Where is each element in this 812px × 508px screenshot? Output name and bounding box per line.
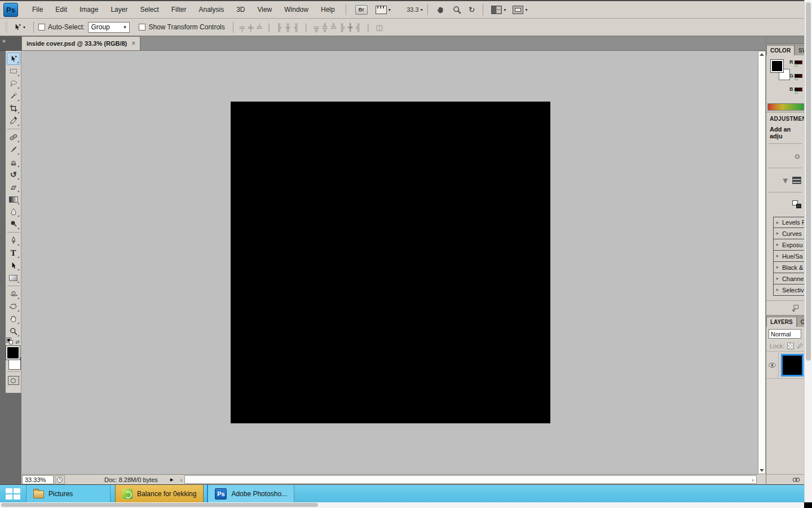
levels-icon[interactable] xyxy=(781,176,789,185)
tool-move[interactable] xyxy=(7,52,20,65)
options-bar-grip[interactable] xyxy=(5,21,7,33)
document-tab[interactable]: inside cover.psd @ 33.3% (RGB/8) × xyxy=(21,36,140,50)
outer-vertical-scrollbar-thumb[interactable] xyxy=(806,2,811,361)
tool-history-brush[interactable] xyxy=(7,168,20,181)
red-slider-handle[interactable] xyxy=(795,62,798,67)
scroll-down-icon[interactable] xyxy=(760,469,764,472)
horizontal-scrollbar[interactable] xyxy=(184,475,757,484)
menu-analysis[interactable]: Analysis xyxy=(192,6,230,14)
layer-visibility-cell[interactable] xyxy=(766,352,779,378)
distribute-vertical-centers-button[interactable]: ╬ xyxy=(323,23,328,32)
tool-path-selection[interactable] xyxy=(7,259,20,271)
outer-horizontal-scrollbar-thumb[interactable] xyxy=(1,503,318,507)
preset-selective-color[interactable]: Selectiv xyxy=(773,284,804,296)
quick-mask-button[interactable] xyxy=(8,376,19,385)
tool-clone-stamp[interactable] xyxy=(7,156,20,168)
curves-icon[interactable] xyxy=(792,177,801,184)
tool-hand[interactable] xyxy=(7,313,20,325)
preset-exposure[interactable]: Exposu xyxy=(773,239,804,251)
align-right-edges-button[interactable]: ╢ xyxy=(294,23,299,32)
tool-eyedropper[interactable] xyxy=(7,115,20,127)
view-extras-button[interactable] xyxy=(376,6,391,14)
tool-brush[interactable] xyxy=(7,143,20,156)
scroll-right-icon[interactable] xyxy=(749,476,756,483)
tool-gradient[interactable] xyxy=(7,193,20,205)
color-spectrum-ramp[interactable] xyxy=(767,103,804,111)
menu-3d[interactable]: 3D xyxy=(230,6,251,14)
arrange-documents-button[interactable] xyxy=(491,6,506,14)
rotate-view-button[interactable]: ↻ xyxy=(469,6,475,14)
tool-pen[interactable] xyxy=(7,234,20,247)
blue-slider-handle[interactable] xyxy=(795,89,798,94)
menu-image[interactable]: Image xyxy=(73,6,104,14)
lock-transparency-icon[interactable] xyxy=(787,343,794,349)
collapse-tools-chevron[interactable] xyxy=(0,36,21,51)
distribute-horizontal-centers-button[interactable]: ╋ xyxy=(348,23,352,32)
tool-crop[interactable] xyxy=(7,102,20,115)
menu-edit[interactable]: Edit xyxy=(49,6,73,14)
foreground-color-swatch[interactable] xyxy=(771,60,783,72)
tab-channels[interactable]: CH xyxy=(797,317,804,327)
menu-layer[interactable]: Layer xyxy=(104,6,134,14)
canvas-pasteboard[interactable] xyxy=(21,51,758,474)
align-top-edges-button[interactable]: ╤ xyxy=(240,23,245,32)
auto-select-checkbox[interactable] xyxy=(38,24,45,30)
distribute-right-edges-button[interactable]: ╣ xyxy=(356,23,361,32)
close-icon[interactable]: × xyxy=(131,40,135,47)
tool-quick-selection[interactable] xyxy=(7,90,20,102)
preset-curves[interactable]: Curves xyxy=(773,228,804,239)
outer-vertical-scrollbar[interactable] xyxy=(804,0,812,502)
tab-layers[interactable]: LAYERS xyxy=(766,317,797,327)
foreground-color-swatch[interactable] xyxy=(6,346,20,360)
preset-hue-saturation[interactable]: Hue/Sa xyxy=(773,251,804,262)
tool-type[interactable] xyxy=(7,247,20,259)
auto-select-dropdown[interactable]: Group xyxy=(88,22,130,33)
photoshop-logo[interactable]: Ps xyxy=(3,3,18,17)
taskbar-item-pictures[interactable]: Pictures xyxy=(26,485,111,502)
menu-filter[interactable]: Filter xyxy=(165,6,193,14)
default-colors-icon[interactable] xyxy=(7,338,13,344)
show-transform-controls-checkbox[interactable] xyxy=(139,24,145,30)
green-slider-handle[interactable] xyxy=(795,76,798,81)
document-canvas[interactable] xyxy=(231,102,550,423)
distribute-left-edges-button[interactable]: ╠ xyxy=(339,23,345,32)
scroll-left-icon[interactable] xyxy=(178,476,185,483)
tool-rectangle-shape[interactable] xyxy=(7,271,20,284)
tool-rectangular-marquee[interactable] xyxy=(7,65,20,77)
status-zoom-field[interactable]: 33.33% xyxy=(22,475,54,484)
tool-zoom[interactable] xyxy=(7,325,20,338)
align-horizontal-centers-button[interactable]: ╫ xyxy=(285,23,290,32)
menu-window[interactable]: Window xyxy=(278,6,315,14)
expand-panel-icon[interactable] xyxy=(791,304,800,312)
distribute-top-edges-button[interactable]: ╦ xyxy=(314,23,319,32)
menu-help[interactable]: Help xyxy=(315,6,341,14)
scroll-up-icon[interactable] xyxy=(760,53,764,56)
preset-black-white[interactable]: Black & xyxy=(773,262,804,273)
tool-eraser[interactable] xyxy=(7,181,20,193)
align-left-edges-button[interactable]: ╟ xyxy=(277,23,282,32)
tab-color[interactable]: COLOR xyxy=(766,45,795,55)
tab-swatches[interactable]: SW xyxy=(795,45,804,55)
tool-3d-rotate[interactable] xyxy=(7,288,20,300)
auto-align-layers-button[interactable]: ◫ xyxy=(376,23,382,32)
zoom-level-field[interactable]: 33.3 xyxy=(400,6,419,13)
menu-file[interactable]: File xyxy=(26,6,49,14)
outer-horizontal-scrollbar[interactable] xyxy=(0,502,804,508)
lock-pixels-icon[interactable] xyxy=(797,343,803,349)
taskbar-item-balance[interactable]: Balance for 0ekking xyxy=(115,485,204,502)
tool-3d-orbit[interactable] xyxy=(7,300,20,313)
status-menu-arrow-icon[interactable] xyxy=(169,476,175,483)
screen-mode-button[interactable] xyxy=(513,6,527,14)
brightness-contrast-icon[interactable] xyxy=(793,151,801,161)
tool-dodge[interactable] xyxy=(7,218,20,230)
align-vertical-centers-button[interactable]: ╪ xyxy=(248,23,253,32)
zoom-tool-button[interactable] xyxy=(452,5,462,15)
launch-bridge-button[interactable]: Br xyxy=(355,5,368,15)
hand-tool-button[interactable] xyxy=(436,5,445,15)
current-tool-preset[interactable] xyxy=(10,23,29,32)
start-button[interactable] xyxy=(0,485,26,502)
distribute-bottom-edges-button[interactable]: ╩ xyxy=(331,23,336,32)
vertical-scrollbar[interactable] xyxy=(758,51,766,474)
layer-thumbnail[interactable] xyxy=(781,354,804,376)
color-balance-icon[interactable] xyxy=(792,200,801,208)
